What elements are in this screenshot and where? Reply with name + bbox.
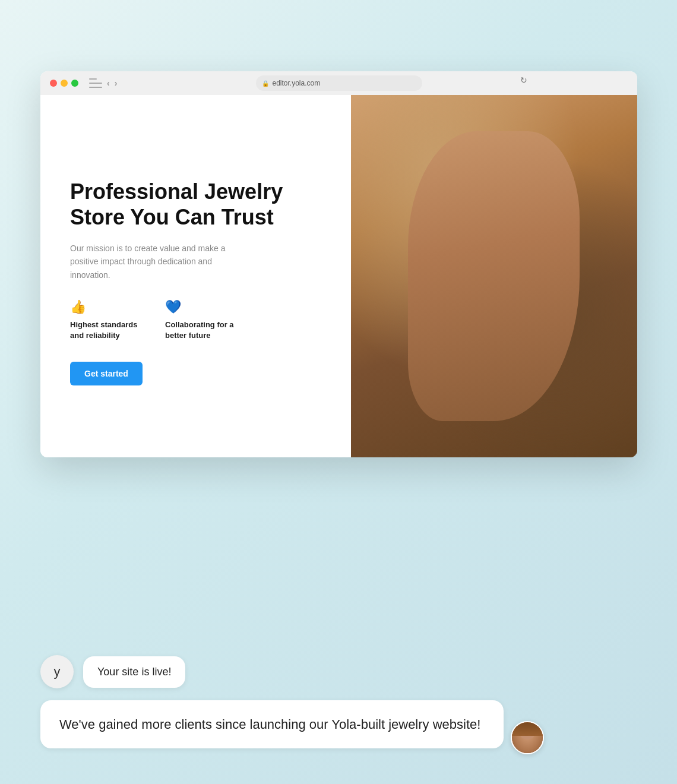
chat-notification: y Your site is live! (40, 655, 637, 688)
traffic-lights (50, 80, 78, 87)
features-list: Highest standards and reliability Collab… (70, 299, 321, 341)
user-avatar-hair (512, 722, 543, 736)
reload-button[interactable]: ↻ (520, 75, 527, 85)
site-left-panel: Professional Jewelry Store You Can Trust… (40, 95, 351, 457)
get-started-button[interactable]: Get started (70, 362, 143, 385)
feature-standards-label: Highest standards and reliability (70, 320, 147, 341)
feature-standards: Highest standards and reliability (70, 299, 147, 341)
url-text: editor.yola.com (273, 79, 321, 87)
close-button[interactable] (50, 80, 57, 87)
minimize-button[interactable] (61, 80, 68, 87)
feature-collaborating: Collaborating for a better future (165, 299, 242, 341)
back-button[interactable]: ‹ (107, 78, 110, 88)
site-heading: Professional Jewelry Store You Can Trust (70, 179, 321, 230)
address-bar[interactable]: 🔒 editor.yola.com (256, 75, 422, 91)
chat-bubble-testimonial: We've gained more clients since launchin… (40, 700, 504, 748)
testimonial-container: We've gained more clients since launchin… (40, 700, 527, 748)
site-right-panel (351, 95, 637, 457)
browser-window: ‹ › 🔒 editor.yola.com ↻ Professional Jew… (40, 71, 637, 457)
lock-icon: 🔒 (262, 80, 269, 87)
forward-button[interactable]: › (115, 78, 118, 88)
browser-titlebar: ‹ › 🔒 editor.yola.com ↻ (40, 71, 637, 95)
user-avatar-face (512, 722, 543, 753)
heart-icon (165, 299, 242, 315)
feature-collaborating-label: Collaborating for a better future (165, 320, 242, 341)
yola-avatar: y (40, 655, 74, 688)
browser-controls: ‹ › (89, 78, 117, 88)
jewelry-photo (351, 95, 637, 457)
user-avatar (511, 721, 544, 754)
site-content: Professional Jewelry Store You Can Trust… (40, 95, 637, 457)
chat-area: y Your site is live! We've gained more c… (40, 655, 637, 748)
chat-bubble-live: Your site is live! (83, 656, 185, 688)
maximize-button[interactable] (71, 80, 78, 87)
ring-decoration-1 (464, 156, 494, 179)
sidebar-toggle-button[interactable] (89, 78, 102, 88)
thumbs-up-icon (70, 299, 147, 315)
address-bar-container: 🔒 editor.yola.com (256, 75, 422, 91)
site-subtext: Our mission is to create value and make … (70, 242, 236, 282)
bracelet-decoration (436, 343, 508, 385)
ring-decoration-2 (493, 195, 517, 210)
gem-decoration (471, 345, 495, 378)
